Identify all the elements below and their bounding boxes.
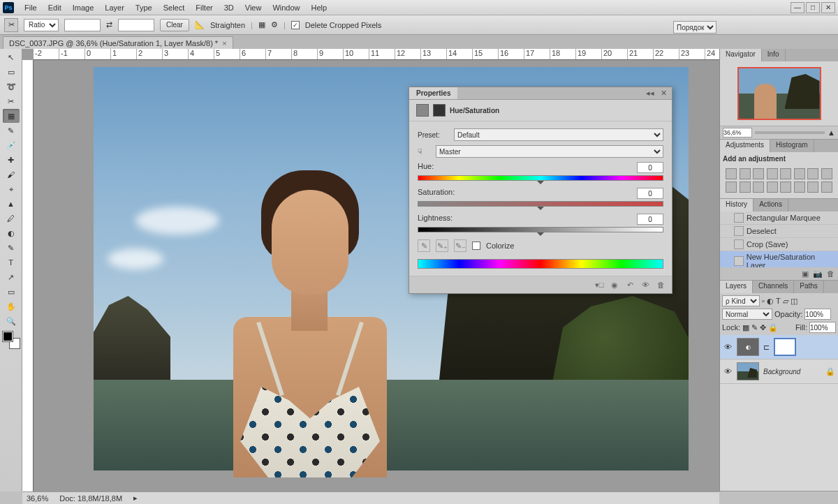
tool-4[interactable]: ▦: [3, 109, 20, 123]
crop-tool-icon[interactable]: ✂: [4, 18, 18, 32]
adjustment-preset-4[interactable]: [780, 168, 791, 179]
lightness-value[interactable]: [637, 214, 663, 225]
adjustment-preset-15[interactable]: [821, 181, 832, 193]
zoom-slider[interactable]: [755, 131, 825, 134]
status-arrow-icon[interactable]: ▸: [133, 494, 138, 503]
blend-mode-select[interactable]: Normal: [722, 309, 772, 320]
tool-9[interactable]: ⌖: [3, 182, 20, 196]
filter-pixel-icon[interactable]: ▫: [762, 297, 765, 305]
tool-6[interactable]: 💉: [3, 138, 20, 152]
panel-close-icon[interactable]: ✕: [659, 89, 669, 97]
tab-adjustments[interactable]: Adjustments: [720, 140, 770, 152]
layer-kind-select[interactable]: ρ Kind: [722, 295, 760, 306]
eyedropper-icon[interactable]: ✎: [418, 239, 430, 252]
adjustment-preset-3[interactable]: [767, 168, 778, 179]
view-previous-icon[interactable]: ◉: [609, 279, 620, 290]
tool-11[interactable]: 🖊: [3, 212, 20, 225]
maximize-button[interactable]: □: [806, 2, 820, 13]
tool-0[interactable]: ↖: [3, 50, 20, 64]
tool-8[interactable]: 🖌: [3, 168, 20, 181]
history-delete-icon[interactable]: 🗑: [825, 269, 835, 279]
tab-channels[interactable]: Channels: [753, 281, 794, 293]
grid-icon[interactable]: ▦: [258, 20, 265, 29]
history-snapshot-icon[interactable]: ▣: [800, 269, 810, 279]
menu-filter[interactable]: Filter: [191, 1, 217, 14]
hue-slider[interactable]: [418, 175, 663, 181]
tool-5[interactable]: ✎: [3, 124, 20, 138]
lock-pixels-icon[interactable]: ✎: [751, 323, 758, 332]
eyedropper-sub-icon[interactable]: ✎₋: [454, 239, 466, 252]
filter-type-icon[interactable]: T: [776, 297, 781, 305]
saturation-slider[interactable]: [418, 201, 663, 207]
adjustment-preset-0[interactable]: [726, 168, 737, 179]
color-swatch[interactable]: [3, 332, 20, 348]
delete-cropped-checkbox[interactable]: ✓: [291, 21, 300, 29]
order-select[interactable]: Порядок: [673, 21, 716, 34]
tool-14[interactable]: T: [3, 255, 20, 269]
layer-visibility-icon[interactable]: 👁: [723, 342, 733, 352]
lock-all-icon[interactable]: 🔒: [768, 323, 778, 332]
width-input[interactable]: [64, 19, 101, 31]
tab-paths[interactable]: Paths: [794, 281, 824, 293]
adjustment-preset-1[interactable]: [740, 168, 751, 179]
adjustment-preset-14[interactable]: [807, 181, 818, 193]
clip-to-layer-icon[interactable]: ▾□: [594, 279, 605, 290]
tab-navigator[interactable]: Navigator: [720, 49, 762, 61]
adjustment-preset-8[interactable]: [726, 181, 737, 193]
adjustment-preset-5[interactable]: [794, 168, 805, 179]
adjustment-preset-6[interactable]: [807, 168, 818, 179]
tool-13[interactable]: ✎: [3, 241, 20, 255]
tool-18[interactable]: 🔍: [3, 314, 20, 328]
tab-history[interactable]: History: [720, 199, 754, 212]
menu-help[interactable]: Help: [307, 1, 332, 14]
tab-info[interactable]: Info: [762, 49, 786, 61]
colorize-checkbox[interactable]: [472, 242, 480, 250]
ratio-select[interactable]: Ratio: [24, 19, 59, 31]
navigator-thumbnail[interactable]: [737, 67, 821, 120]
swap-icon[interactable]: ⇄: [106, 20, 112, 29]
hand-icon[interactable]: ☟: [418, 147, 432, 156]
fill-input[interactable]: [809, 322, 836, 333]
document-tab[interactable]: DSC_0037.JPG @ 36,6% (Hue/Saturation 1, …: [3, 36, 233, 49]
lock-position-icon[interactable]: ✥: [760, 323, 766, 332]
history-item[interactable]: Crop (Save): [720, 238, 838, 251]
layer-row[interactable]: 👁◐⊏: [720, 335, 838, 360]
height-input[interactable]: [118, 19, 154, 31]
tab-layers[interactable]: Layers: [720, 281, 753, 293]
menu-file[interactable]: File: [20, 1, 42, 14]
visibility-icon[interactable]: 👁: [640, 279, 651, 290]
tab-actions[interactable]: Actions: [754, 199, 788, 212]
menu-view[interactable]: View: [240, 1, 267, 14]
status-zoom[interactable]: 36,6%: [27, 494, 48, 503]
clear-button[interactable]: Clear: [160, 19, 189, 31]
adjustment-preset-7[interactable]: [821, 168, 832, 179]
channel-select[interactable]: Master: [436, 145, 663, 158]
adjustment-preset-2[interactable]: [753, 168, 764, 179]
tool-10[interactable]: ▲: [3, 197, 20, 211]
panel-collapse-icon[interactable]: ◂◂: [644, 89, 656, 97]
tool-12[interactable]: ◐: [3, 226, 20, 240]
zoom-out-icon[interactable]: ▲: [828, 128, 835, 137]
history-item[interactable]: Deselect: [720, 225, 838, 238]
tool-1[interactable]: ▭: [3, 65, 20, 79]
adjustment-preset-11[interactable]: [767, 181, 778, 193]
adjustment-preset-10[interactable]: [753, 181, 764, 193]
saturation-value[interactable]: [637, 188, 663, 199]
close-tab-icon[interactable]: ×: [222, 39, 226, 47]
status-doc-size[interactable]: Doc: 18,8M/18,8M: [59, 494, 122, 503]
filter-adjust-icon[interactable]: ◐: [767, 297, 774, 306]
adjustment-preset-13[interactable]: [794, 181, 805, 193]
layer-visibility-icon[interactable]: 👁: [723, 366, 733, 376]
reset-icon[interactable]: ↶: [624, 279, 635, 290]
history-camera-icon[interactable]: 📷: [813, 269, 823, 279]
history-item[interactable]: Rectangular Marquee: [720, 212, 838, 225]
menu-type[interactable]: Type: [131, 1, 157, 14]
tool-3[interactable]: ✂: [3, 94, 20, 108]
menu-window[interactable]: Window: [267, 1, 304, 14]
lightness-slider[interactable]: [418, 227, 663, 232]
tool-15[interactable]: ↗: [3, 270, 20, 284]
minimize-button[interactable]: —: [791, 2, 804, 13]
zoom-input[interactable]: [723, 128, 752, 138]
eyedropper-add-icon[interactable]: ✎₊: [436, 239, 448, 252]
close-button[interactable]: ✕: [821, 2, 835, 13]
